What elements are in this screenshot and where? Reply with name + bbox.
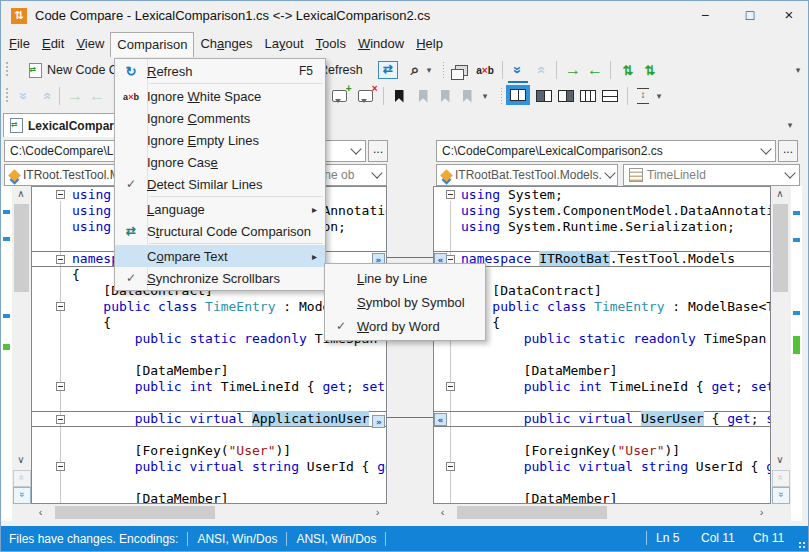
scroll-right-button[interactable]: › <box>754 505 769 520</box>
toolbar-overflow-button[interactable]: ▾ <box>791 61 805 79</box>
swap-sides-button[interactable]: ⇄ <box>378 61 398 79</box>
change-marker[interactable] <box>3 314 10 318</box>
right-browse-button[interactable]: ... <box>778 140 798 162</box>
prev-diff-scroll-button[interactable]: » <box>13 470 31 487</box>
open-documents-button[interactable] <box>451 61 471 79</box>
code-line[interactable]: [DataMember] <box>434 491 770 504</box>
ignore-whitespace-button[interactable]: a×b <box>475 61 495 79</box>
scrollbar-thumb[interactable] <box>457 506 607 519</box>
menu-item-synchronize-scrollbars[interactable]: ✓Synchronize Scrollbars <box>115 267 325 289</box>
insert-marker[interactable] <box>3 344 10 350</box>
fold-toggle[interactable] <box>56 415 65 424</box>
right-path-combobox[interactable]: C:\CodeCompare\LexicalComparison2.cs <box>436 140 776 162</box>
left-browse-button[interactable]: ... <box>368 140 388 162</box>
left-horizontal-scrollbar[interactable]: ‹ › <box>31 504 387 521</box>
code-line[interactable]: using System.ComponentModel.DataAnnotati… <box>434 203 770 219</box>
next-diff-disabled-button[interactable]: » <box>14 87 34 105</box>
chevron-down-icon[interactable] <box>350 143 361 154</box>
code-line[interactable]: [ForeignKey("User")] <box>434 443 770 459</box>
layout-two-panes-button[interactable] <box>506 85 530 105</box>
chevron-down-icon[interactable] <box>371 167 382 178</box>
menubar-item-window[interactable]: Window <box>352 32 410 57</box>
menubar-item-file[interactable]: File <box>3 32 36 57</box>
code-line[interactable] <box>32 427 386 443</box>
scroll-down-button[interactable]: ∨ <box>13 453 29 468</box>
code-line[interactable]: public virtual string UserId { get; set;… <box>434 459 770 475</box>
copy-to-left-button[interactable]: ← <box>585 61 605 79</box>
code-line[interactable] <box>32 347 386 363</box>
menu-item-ignore-white-space[interactable]: a×bIgnore White Space <box>115 85 325 107</box>
menu-item-detect-similar-lines[interactable]: ✓Detect Similar Lines <box>115 173 325 195</box>
menubar-item-tools[interactable]: Tools <box>310 32 352 57</box>
code-line[interactable]: public virtual ApplicationUser» <box>32 411 386 427</box>
search-dropdown[interactable]: ▾ <box>423 61 435 79</box>
fold-toggle[interactable] <box>56 382 65 391</box>
scroll-right-button[interactable]: › <box>370 505 385 520</box>
menu-item-language[interactable]: Language▸ <box>115 198 325 220</box>
fold-toggle[interactable] <box>56 302 65 311</box>
fold-toggle[interactable] <box>446 190 455 199</box>
menubar-item-layout[interactable]: Layout <box>258 32 309 57</box>
menu-item-symbol-by-symbol[interactable]: Symbol by Symbol <box>325 290 485 314</box>
collapse-sections-button[interactable]: ↕ <box>633 87 653 105</box>
code-line[interactable] <box>434 395 770 411</box>
chevron-down-icon[interactable] <box>784 167 795 178</box>
next-diff-scroll-button[interactable]: » <box>772 487 790 504</box>
code-line[interactable] <box>434 347 770 363</box>
fold-toggle[interactable] <box>56 255 65 264</box>
right-horizontal-scrollbar[interactable]: ‹ › <box>433 504 771 521</box>
code-line[interactable] <box>434 235 770 251</box>
left-change-marker-strip[interactable] <box>1 186 12 521</box>
menu-item-ignore-comments[interactable]: Ignore Comments <box>115 107 325 129</box>
layout-three-panes-button[interactable] <box>578 87 598 105</box>
right-namespace-combobox[interactable]: ITRootBat.TestTool.Models. <box>436 164 618 186</box>
code-line[interactable]: using System; <box>434 187 770 203</box>
scrollbar-thumb[interactable] <box>55 506 215 519</box>
code-line[interactable]: « public virtual UserUser { get; set; } <box>434 411 770 427</box>
previous-difference-button[interactable]: » <box>530 61 550 79</box>
pane-splitter[interactable] <box>387 186 433 504</box>
code-line[interactable]: public virtual string UserId { get; set;… <box>32 459 386 475</box>
copy-to-right-button[interactable]: → <box>563 61 583 79</box>
code-line[interactable]: [DataMember] <box>434 363 770 379</box>
change-marker[interactable] <box>793 211 800 215</box>
bookmarks-dropdown[interactable]: ▾ <box>479 87 491 105</box>
encoding-right[interactable]: ANSI, Win/Dos <box>296 532 376 546</box>
scrollbar-thumb[interactable] <box>14 204 29 292</box>
collapsed-region-marker[interactable]: « <box>434 413 447 426</box>
encoding-left[interactable]: ANSI, Win/Dos <box>197 532 277 546</box>
code-line[interactable] <box>434 427 770 443</box>
code-line[interactable]: [DataMember] <box>32 491 386 504</box>
delete-comment-button[interactable]: × <box>355 87 375 105</box>
toolbar-grip[interactable] <box>5 61 9 78</box>
chevron-down-icon[interactable] <box>604 167 615 178</box>
change-marker[interactable] <box>793 238 800 242</box>
layout-left-only-button[interactable] <box>534 87 554 105</box>
menubar-item-help[interactable]: Help <box>410 32 449 57</box>
scroll-left-button[interactable]: ‹ <box>33 505 48 520</box>
menubar-item-view[interactable]: View <box>70 32 110 57</box>
layout-right-only-button[interactable] <box>556 87 576 105</box>
code-line[interactable]: [ForeignKey("User")] <box>32 443 386 459</box>
next-diff-scroll-button[interactable]: » <box>13 487 31 504</box>
menu-item-ignore-empty-lines[interactable]: Ignore Empty Lines <box>115 129 325 151</box>
menu-item-structural-code-comparison[interactable]: ⇄Structural Code Comparison <box>115 220 325 242</box>
layout-horizontal-button[interactable] <box>600 87 620 105</box>
copy-left-disabled-button[interactable]: ← <box>87 87 107 105</box>
change-marker[interactable] <box>3 210 10 214</box>
menubar-item-comparison[interactable]: Comparison <box>110 32 194 57</box>
close-button[interactable]: × <box>773 3 805 27</box>
scroll-down-button[interactable]: ∨ <box>772 453 788 468</box>
change-marker[interactable] <box>3 237 10 241</box>
right-vertical-scrollbar[interactable]: ∧ ∨ » » <box>771 186 790 504</box>
scrollbar-thumb[interactable] <box>773 204 788 292</box>
menubar-item-changes[interactable]: Changes <box>194 32 258 57</box>
next-difference-button[interactable]: » <box>508 61 528 79</box>
insert-marker[interactable] <box>793 336 800 354</box>
next-bookmark-button[interactable] <box>435 87 455 105</box>
search-button[interactable]: ⌕ <box>405 61 425 79</box>
maximize-button[interactable]: □ <box>734 3 766 27</box>
fold-toggle[interactable] <box>446 382 455 391</box>
previous-change-both-button[interactable]: ⇅ <box>640 61 660 79</box>
next-change-both-button[interactable]: ⇅ <box>618 61 638 79</box>
